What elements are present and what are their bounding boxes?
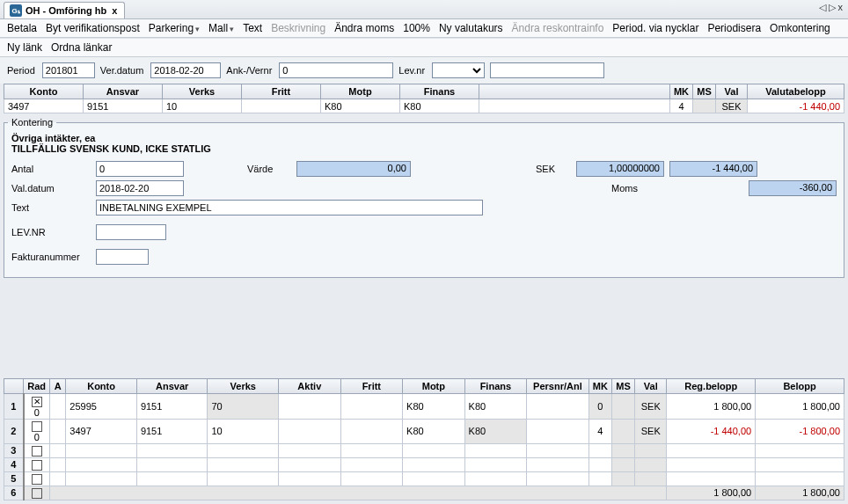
rad-cell[interactable]: 0 bbox=[24, 419, 50, 443]
table-row[interactable]: 4 bbox=[4, 457, 844, 471]
cell-mk[interactable] bbox=[588, 471, 611, 486]
lcol-ansvar[interactable]: Ansvar bbox=[136, 379, 208, 394]
cell-reg[interactable]: -1 440,00 bbox=[667, 419, 756, 443]
cell-konto[interactable] bbox=[66, 443, 137, 457]
cell-motp[interactable] bbox=[403, 443, 465, 457]
rownum-cell[interactable]: 5 bbox=[4, 471, 24, 486]
toolbar-period-via-nycklar[interactable]: Period. via nycklar bbox=[612, 22, 698, 34]
cell-reg[interactable]: 1 800,00 bbox=[667, 394, 756, 419]
cell-aktiv[interactable] bbox=[279, 443, 341, 457]
lcol-motp[interactable]: Motp bbox=[403, 379, 465, 394]
lcol-belopp[interactable]: Belopp bbox=[756, 379, 844, 394]
cell-reg[interactable] bbox=[667, 457, 756, 471]
cell-pers[interactable] bbox=[527, 419, 589, 443]
cell-konto[interactable]: 3497 bbox=[66, 419, 137, 443]
cell-mk[interactable]: 0 bbox=[588, 394, 611, 419]
cell-fritt[interactable] bbox=[340, 471, 403, 486]
faknr-input[interactable] bbox=[96, 249, 149, 265]
lcol-mk[interactable]: MK bbox=[588, 379, 611, 394]
col-fritt[interactable]: Fritt bbox=[242, 84, 321, 99]
lcol-aktiv[interactable]: Aktiv bbox=[279, 379, 341, 394]
toolbar-parkering[interactable]: Parkering bbox=[149, 22, 200, 34]
checkbox-icon[interactable] bbox=[32, 446, 42, 457]
col-finans[interactable]: Finans bbox=[400, 84, 479, 99]
toolbar-betala[interactable]: Betala bbox=[7, 22, 37, 34]
rad-cell[interactable] bbox=[24, 443, 50, 457]
col-val[interactable]: Val bbox=[716, 84, 748, 99]
cell-ms[interactable] bbox=[693, 99, 716, 113]
toolbar-text[interactable]: Text bbox=[243, 22, 262, 34]
col-ansvar[interactable]: Ansvar bbox=[84, 84, 163, 99]
cell-ansvar[interactable]: 9151 bbox=[136, 419, 208, 443]
rate-field[interactable]: 1,00000000 bbox=[576, 161, 664, 177]
header-row[interactable]: 3497 9151 10 K80 K80 4 SEK -1 440,00 bbox=[4, 99, 844, 113]
table-row[interactable]: 1 025995915170K80K800SEK1 800,001 800,00 bbox=[4, 394, 844, 419]
cell-reg[interactable] bbox=[667, 443, 756, 457]
checkbox-icon[interactable] bbox=[32, 421, 42, 432]
valdatum-input[interactable] bbox=[96, 180, 184, 196]
cell-verks[interactable] bbox=[208, 471, 279, 486]
cell-ansvar[interactable]: 9151 bbox=[84, 99, 163, 113]
cell-pers[interactable] bbox=[527, 471, 589, 486]
cell-a[interactable] bbox=[50, 419, 66, 443]
verdatum-input[interactable] bbox=[150, 62, 221, 78]
checkbox-icon[interactable] bbox=[32, 397, 42, 407]
varde-field[interactable]: 0,00 bbox=[296, 161, 411, 177]
cell-motp[interactable] bbox=[403, 457, 465, 471]
cell-finans[interactable]: K80 bbox=[464, 394, 527, 419]
levnr-kont-input[interactable] bbox=[96, 224, 166, 240]
close-all-icon[interactable]: x bbox=[838, 2, 844, 13]
cell-ansvar[interactable] bbox=[136, 457, 208, 471]
cell-motp[interactable]: K80 bbox=[403, 394, 465, 419]
lcol-ms[interactable]: MS bbox=[611, 379, 634, 394]
cell-val[interactable]: SEK bbox=[716, 99, 748, 113]
cell-konto[interactable]: 25995 bbox=[66, 394, 137, 419]
cell-val[interactable] bbox=[635, 443, 667, 457]
col-valutabelopp[interactable]: Valutabelopp bbox=[748, 84, 844, 99]
cell-bel[interactable]: 1 800,00 bbox=[756, 394, 844, 419]
cell-finans[interactable]: K80 bbox=[464, 419, 527, 443]
cell-verks[interactable] bbox=[208, 443, 279, 457]
cell-fritt[interactable] bbox=[340, 394, 403, 419]
lcol-reg-belopp[interactable]: Reg.belopp bbox=[667, 379, 756, 394]
checkbox-icon[interactable] bbox=[32, 460, 42, 471]
cell-ansvar[interactable] bbox=[136, 443, 208, 457]
cell-ms[interactable] bbox=[611, 394, 634, 419]
lcol-konto[interactable]: Konto bbox=[66, 379, 137, 394]
lcol-fritt[interactable]: Fritt bbox=[340, 379, 403, 394]
cell-a[interactable] bbox=[50, 471, 66, 486]
table-row[interactable]: 5 bbox=[4, 471, 844, 486]
cell-reg[interactable] bbox=[667, 471, 756, 486]
col-blank[interactable] bbox=[479, 84, 670, 99]
col-verks[interactable]: Verks bbox=[163, 84, 242, 99]
cell-bel[interactable] bbox=[756, 471, 844, 486]
cell-pers[interactable] bbox=[527, 457, 589, 471]
cell-finans[interactable] bbox=[464, 457, 527, 471]
cell-ms[interactable] bbox=[611, 419, 634, 443]
lcol-finans[interactable]: Finans bbox=[464, 379, 527, 394]
rownum-cell[interactable]: 1 bbox=[4, 394, 24, 419]
toolbar-periodisera[interactable]: Periodisera bbox=[707, 22, 761, 34]
cell-a[interactable] bbox=[50, 457, 66, 471]
cell-ms[interactable] bbox=[611, 457, 634, 471]
cell-pers[interactable] bbox=[527, 394, 589, 419]
close-icon[interactable]: x bbox=[110, 5, 119, 16]
rownum-cell[interactable]: 3 bbox=[4, 443, 24, 457]
rad-cell[interactable] bbox=[24, 457, 50, 471]
cell-val[interactable]: SEK bbox=[635, 394, 667, 419]
col-konto[interactable]: Konto bbox=[4, 84, 84, 99]
cell-motp[interactable]: K80 bbox=[321, 99, 400, 113]
toolbar-ny-valutakurs[interactable]: Ny valutakurs bbox=[439, 22, 503, 34]
cell-aktiv[interactable] bbox=[279, 419, 341, 443]
cell-motp[interactable] bbox=[403, 471, 465, 486]
lcol-verks[interactable]: Verks bbox=[208, 379, 279, 394]
cell-val[interactable]: SEK bbox=[635, 419, 667, 443]
antal-input[interactable] bbox=[96, 161, 184, 177]
lcol-persnr-anl[interactable]: Persnr/Anl bbox=[527, 379, 589, 394]
cell-bel[interactable] bbox=[756, 457, 844, 471]
cell-valutabelopp[interactable]: -1 440,00 bbox=[748, 99, 844, 113]
rad-cell[interactable] bbox=[24, 471, 50, 486]
toolbar-byt-verifikationspost[interactable]: Byt verifikationspost bbox=[46, 22, 140, 34]
col-motp[interactable]: Motp bbox=[321, 84, 400, 99]
cell-finans[interactable] bbox=[464, 471, 527, 486]
